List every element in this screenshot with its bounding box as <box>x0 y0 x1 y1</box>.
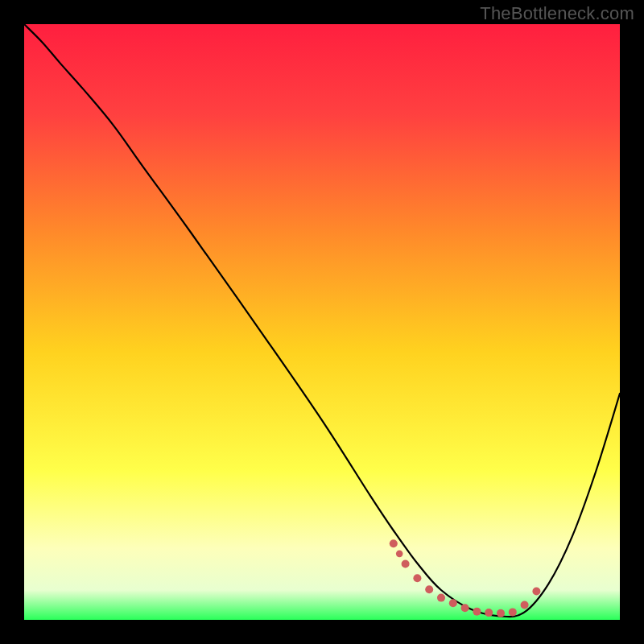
svg-point-13 <box>532 587 540 595</box>
svg-point-7 <box>461 604 469 612</box>
svg-point-4 <box>425 585 433 593</box>
svg-point-8 <box>473 608 481 616</box>
chart-plot-area <box>24 24 620 620</box>
svg-point-0 <box>390 539 398 547</box>
svg-point-9 <box>485 609 493 617</box>
watermark-label: TheBottleneck.com <box>480 3 634 24</box>
chart-frame: TheBottleneck.com <box>0 0 644 644</box>
chart-svg <box>24 24 620 620</box>
svg-point-5 <box>437 594 445 602</box>
svg-point-1 <box>396 551 403 558</box>
svg-point-12 <box>521 601 529 609</box>
svg-point-2 <box>402 559 410 568</box>
gradient-background <box>24 24 620 620</box>
svg-point-10 <box>497 609 505 617</box>
svg-point-3 <box>413 574 421 582</box>
svg-point-11 <box>509 608 517 616</box>
svg-point-6 <box>449 599 457 607</box>
